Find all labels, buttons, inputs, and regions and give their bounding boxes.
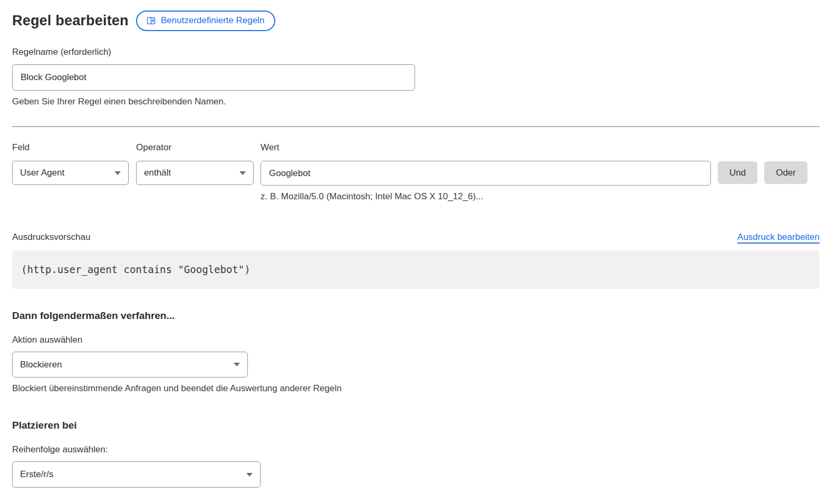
value-help: z. B. Mozilla/5.0 (Macintosh; Intel Mac … xyxy=(261,191,711,202)
order-select-value: Erste/r/s xyxy=(20,469,53,480)
edit-rule-page: Regel bearbeiten Benutzerdefinierte Rege… xyxy=(0,0,828,504)
edit-expression-link[interactable]: Ausdruck bearbeiten xyxy=(737,232,820,243)
operator-select-value: enthält xyxy=(144,168,171,178)
page-header: Regel bearbeiten Benutzerdefinierte Rege… xyxy=(12,11,820,31)
action-label: Aktion auswählen xyxy=(12,335,820,345)
action-section: Dann folgendermaßen verfahren... Aktion … xyxy=(12,310,820,394)
chevron-down-icon xyxy=(114,171,121,175)
rule-name-input[interactable] xyxy=(12,64,415,91)
chevron-down-icon xyxy=(239,171,246,175)
condition-section: Feld User Agent Operator enthält Wert z.… xyxy=(12,142,820,202)
operator-label: Operator xyxy=(136,142,254,153)
value-input[interactable] xyxy=(261,161,711,186)
rule-name-help: Geben Sie Ihrer Regel einen beschreibend… xyxy=(12,96,820,107)
rule-name-section: Regelname (erforderlich) Geben Sie Ihrer… xyxy=(12,47,820,107)
expression-section: Ausdrucksvorschau Ausdruck bearbeiten (h… xyxy=(12,232,820,289)
custom-rules-docs-label: Benutzerdefinierte Regeln xyxy=(161,15,265,26)
action-select[interactable]: Blockieren xyxy=(12,352,248,377)
action-help: Blockiert übereinstimmende Anfragen und … xyxy=(12,383,820,394)
field-select-value: User Agent xyxy=(20,168,64,178)
placement-section: Platzieren bei Reihenfolge auswählen: Er… xyxy=(12,420,820,488)
action-select-value: Blockieren xyxy=(20,360,62,370)
expression-preview-box: (http.user_agent contains "Googlebot") xyxy=(12,250,820,289)
page-title: Regel bearbeiten xyxy=(12,13,129,29)
rule-name-label: Regelname (erforderlich) xyxy=(12,47,820,57)
expression-code: (http.user_agent contains "Googlebot") xyxy=(21,264,811,275)
chevron-down-icon xyxy=(246,473,253,477)
or-button[interactable]: Oder xyxy=(764,161,807,184)
expression-preview-label: Ausdrucksvorschau xyxy=(12,232,90,243)
action-heading: Dann folgendermaßen verfahren... xyxy=(12,310,820,322)
value-label: Wert xyxy=(261,142,711,153)
chevron-down-icon xyxy=(234,363,240,366)
open-book-icon xyxy=(146,16,156,26)
and-button[interactable]: Und xyxy=(718,161,757,184)
field-label: Feld xyxy=(12,142,129,153)
section-divider xyxy=(12,126,820,127)
order-label: Reihenfolge auswählen: xyxy=(12,444,820,455)
operator-select[interactable]: enthält xyxy=(136,161,254,185)
placement-heading: Platzieren bei xyxy=(12,420,820,431)
custom-rules-docs-button[interactable]: Benutzerdefinierte Regeln xyxy=(136,11,276,31)
field-select[interactable]: User Agent xyxy=(12,161,129,185)
order-select[interactable]: Erste/r/s xyxy=(12,461,261,488)
